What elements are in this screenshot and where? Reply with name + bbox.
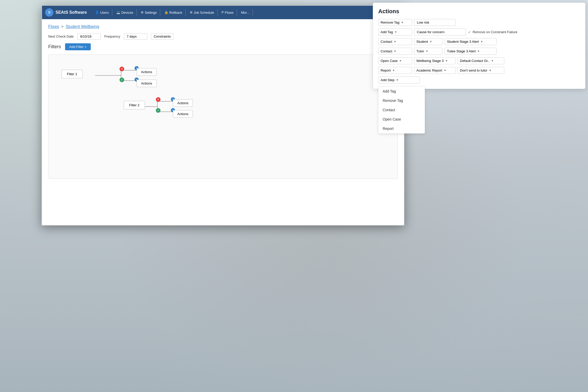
tutor-label: Tutor: [416, 49, 424, 53]
add-tag-select[interactable]: Add Tag ▼: [378, 29, 412, 36]
report-select[interactable]: Report ▼: [378, 67, 412, 74]
filter1-node[interactable]: Filter 1: [61, 70, 83, 78]
dropdown-remove-tag[interactable]: Remove Tag: [379, 96, 425, 105]
breadcrumb-current[interactable]: Student Wellbeing: [66, 24, 99, 29]
dropdown-add-tag[interactable]: Add Tag: [379, 87, 425, 96]
settings-icon: ⚙: [141, 11, 144, 14]
default-contact-arrow: ▼: [491, 59, 494, 62]
nav-rollback-label: Rollback: [169, 11, 182, 15]
actions-row-6: Report ▼ Academic Report ▼ Don't send to…: [378, 67, 580, 74]
check-circle-1: ✓: [120, 78, 124, 82]
student-select[interactable]: Student ▼: [414, 38, 443, 45]
constraint-failure-checkbox[interactable]: ✓: [468, 30, 471, 34]
contact-select-1[interactable]: Contact ▼: [378, 38, 412, 45]
breadcrumb-flows[interactable]: Flows: [48, 24, 59, 29]
breadcrumb: Flows > Student Wellbeing: [48, 24, 398, 29]
add-step-arrow: ▼: [396, 79, 399, 81]
add-filter-button[interactable]: Add Filter +: [65, 43, 91, 50]
filters-label: Filters: [48, 44, 61, 50]
add-step-container: Add Step ▼ Add Tag Remove Tag Contact Op…: [378, 76, 580, 83]
add-step-dropdown: Add Tag Remove Tag Contact Open Case Rep…: [378, 86, 425, 134]
nav-settings[interactable]: ⚙ Settings: [138, 9, 160, 16]
devices-icon: 💻: [116, 11, 120, 14]
nav-rollback[interactable]: 🔒 Rollback: [161, 9, 186, 16]
filter2-label: Filter 2: [129, 103, 139, 107]
brand-logo: S: [45, 8, 53, 17]
rollback-icon: 🔒: [164, 11, 168, 14]
check-circle-2: ✓: [156, 108, 160, 113]
nav-job-schedule[interactable]: ⚙ Job Schedule: [187, 9, 218, 16]
tutor-select[interactable]: Tutor ▼: [414, 48, 443, 55]
add-step-select[interactable]: Add Step ▼: [378, 76, 420, 83]
dropdown-remove-tag-label: Remove Tag: [383, 99, 403, 103]
breadcrumb-separator: >: [61, 24, 64, 29]
actions-row-2: Add Tag ▼ Cause for concern ✓ Remove on …: [378, 29, 580, 36]
dropdown-open-case[interactable]: Open Case: [379, 115, 425, 124]
academic-report-select[interactable]: Academic Report ▼: [414, 67, 456, 74]
actions3-button[interactable]: Actions: [173, 99, 193, 107]
next-check-input[interactable]: [77, 33, 101, 40]
constraints-label: Constraints: [154, 34, 171, 38]
nav-job-schedule-label: Job Schedule: [194, 11, 214, 15]
student-label: Student: [416, 40, 428, 44]
contact-label-1: Contact: [381, 40, 392, 44]
tutee-stage3-arrow: ▼: [477, 50, 480, 53]
next-check-label: Next Check Date: [48, 34, 74, 38]
default-contact-label: Default Contact Gr..: [460, 59, 489, 63]
dropdown-contact[interactable]: Contact: [379, 105, 425, 115]
contact-arrow-1: ▼: [394, 40, 396, 43]
low-risk-input[interactable]: [414, 19, 456, 26]
filter2-node[interactable]: Filter 2: [124, 101, 145, 109]
actions4-button[interactable]: Actions: [173, 110, 193, 118]
x-circle-1: ✕: [120, 67, 124, 71]
academic-report-label: Academic Report: [416, 68, 442, 72]
frequency-label: Frequency: [104, 34, 120, 38]
tutee-stage3-label: Tutee Stage 3 Alert: [447, 49, 476, 53]
remove-tag-select[interactable]: Remove Tag ▼: [378, 19, 412, 26]
add-tag-arrow: ▼: [394, 31, 397, 33]
actions2-button[interactable]: Actions: [137, 80, 157, 87]
default-contact-select[interactable]: Default Contact Gr.. ▼: [458, 57, 504, 64]
actions1-button[interactable]: Actions: [137, 68, 157, 76]
actions-panel-title: Actions: [378, 8, 580, 15]
filter1-label: Filter 1: [67, 72, 77, 76]
flow-diagram: Filter 1 ✕ ✓ 3 Actions 6 Actions: [48, 54, 398, 179]
constraint-failure-text: Remove on Constraint Failure: [473, 30, 517, 34]
constraints-button[interactable]: Constraints: [151, 33, 174, 40]
nav-devices[interactable]: 💻 Devices: [113, 9, 137, 16]
cause-for-concern-input[interactable]: Cause for concern: [414, 29, 466, 36]
actions-row-3: Contact ▼ Student ▼ Student Stage 3 Aler…: [378, 38, 580, 45]
wellbeing-stage3-label: Wellbeing Stage 3: [416, 59, 444, 63]
nav-flows-label: Flows: [225, 11, 234, 15]
wellbeing-stage3-select[interactable]: Wellbeing Stage 3 ▼: [414, 57, 456, 64]
dont-send-tutor-select[interactable]: Don't send to tutor ▼: [458, 67, 504, 74]
nav-devices-label: Devices: [121, 11, 133, 15]
wellbeing-stage3-arrow: ▼: [445, 59, 448, 62]
cause-for-concern-text: Cause for concern: [417, 30, 444, 34]
open-case-select[interactable]: Open Case ▼: [378, 57, 412, 64]
report-arrow: ▼: [392, 69, 395, 72]
actions-row-5: Open Case ▼ Wellbeing Stage 3 ▼ Default …: [378, 57, 580, 64]
student-stage3-label: Student Stage 3 Alert: [447, 40, 479, 44]
tutor-arrow: ▼: [426, 50, 428, 53]
dropdown-report[interactable]: Report: [379, 124, 425, 133]
contact-select-2[interactable]: Contact ▼: [378, 48, 412, 55]
dropdown-report-label: Report: [383, 127, 394, 131]
open-case-label: Open Case: [381, 59, 398, 63]
frequency-input[interactable]: [124, 33, 147, 40]
tutee-stage3-select[interactable]: Tutee Stage 3 Alert ▼: [445, 48, 496, 55]
open-case-arrow: ▼: [399, 59, 402, 62]
contact-label-2: Contact: [381, 49, 392, 53]
student-stage3-select[interactable]: Student Stage 3 Alert ▼: [445, 38, 496, 45]
nav-flows[interactable]: P Flows: [219, 9, 237, 16]
content-area: Flows > Student Wellbeing Next Check Dat…: [42, 19, 404, 225]
nav-more[interactable]: Mor...: [238, 9, 253, 16]
student-stage3-arrow: ▼: [480, 40, 483, 43]
dropdown-add-tag-label: Add Tag: [383, 89, 396, 93]
brand-name: SEAtS Software: [55, 10, 87, 15]
dont-send-tutor-arrow: ▼: [489, 69, 492, 72]
nav-users[interactable]: 👤 Users: [92, 9, 112, 16]
dropdown-contact-label: Contact: [383, 108, 395, 112]
dropdown-open-case-label: Open Case: [383, 117, 401, 121]
actions-row-1: Remove Tag ▼: [378, 19, 580, 26]
